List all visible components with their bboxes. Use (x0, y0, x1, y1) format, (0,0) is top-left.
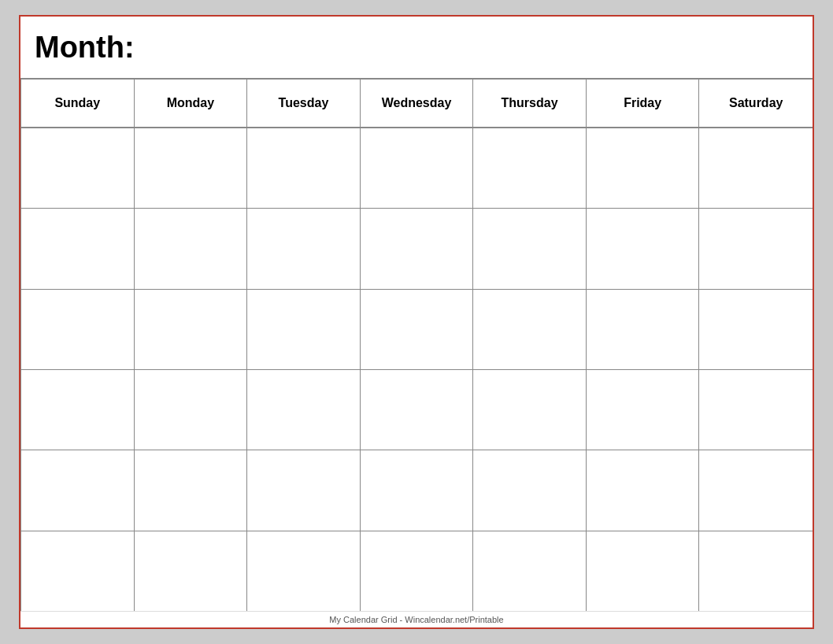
day-header-thursday: Thursday (473, 80, 587, 127)
day-cell (135, 128, 248, 208)
week-row-4 (21, 370, 813, 450)
day-cell (21, 450, 135, 530)
day-cell (247, 370, 361, 450)
day-cell (135, 531, 248, 611)
day-cell (587, 370, 700, 450)
calendar-grid: SundayMondayTuesdayWednesdayThursdayFrid… (20, 80, 813, 611)
day-cell (473, 450, 587, 530)
day-cell (587, 531, 700, 611)
day-cell (21, 128, 135, 208)
day-cell (587, 450, 700, 530)
day-cell (587, 209, 700, 288)
day-cell (473, 531, 587, 611)
day-cell (247, 531, 361, 611)
day-cell (473, 128, 587, 208)
day-cell (21, 290, 135, 369)
week-row-3 (21, 290, 813, 370)
day-cell (699, 450, 813, 530)
day-cell (135, 450, 248, 530)
day-cell (21, 531, 135, 611)
day-header-tuesday: Tuesday (247, 80, 361, 127)
day-header-friday: Friday (587, 80, 700, 127)
day-cell (587, 128, 700, 208)
footer: My Calendar Grid - Wincalendar.net/Print… (20, 611, 813, 627)
day-cell (699, 209, 813, 288)
day-cell (473, 209, 587, 288)
day-cell (699, 290, 813, 369)
day-cell (21, 209, 135, 288)
day-cell (361, 128, 474, 208)
month-title: Month: (35, 31, 135, 65)
weeks-container (21, 128, 813, 611)
day-cell (247, 450, 361, 530)
day-header-wednesday: Wednesday (361, 80, 474, 127)
day-cell (699, 531, 813, 611)
month-header: Month: (20, 17, 813, 80)
day-cell (247, 209, 361, 288)
week-row-2 (21, 209, 813, 289)
week-row-1 (21, 128, 813, 209)
day-cell (135, 370, 248, 450)
day-cell (21, 370, 135, 450)
footer-text: My Calendar Grid - Wincalendar.net/Print… (329, 615, 503, 624)
day-cell (361, 531, 474, 611)
day-header-sunday: Sunday (21, 80, 135, 127)
day-cell (699, 370, 813, 450)
day-cell (361, 370, 474, 450)
week-row-5 (21, 450, 813, 531)
day-cell (247, 128, 361, 208)
day-cell (699, 128, 813, 208)
week-row-6 (21, 531, 813, 611)
day-cell (361, 450, 474, 530)
day-header-monday: Monday (135, 80, 248, 127)
day-header-saturday: Saturday (699, 80, 813, 127)
day-cell (247, 290, 361, 369)
day-cell (361, 290, 474, 369)
day-cell (473, 290, 587, 369)
day-cell (473, 370, 587, 450)
day-headers-row: SundayMondayTuesdayWednesdayThursdayFrid… (21, 80, 813, 128)
day-cell (135, 290, 248, 369)
day-cell (587, 290, 700, 369)
calendar-page: Month: SundayMondayTuesdayWednesdayThurs… (19, 15, 814, 629)
day-cell (361, 209, 474, 288)
day-cell (135, 209, 248, 288)
